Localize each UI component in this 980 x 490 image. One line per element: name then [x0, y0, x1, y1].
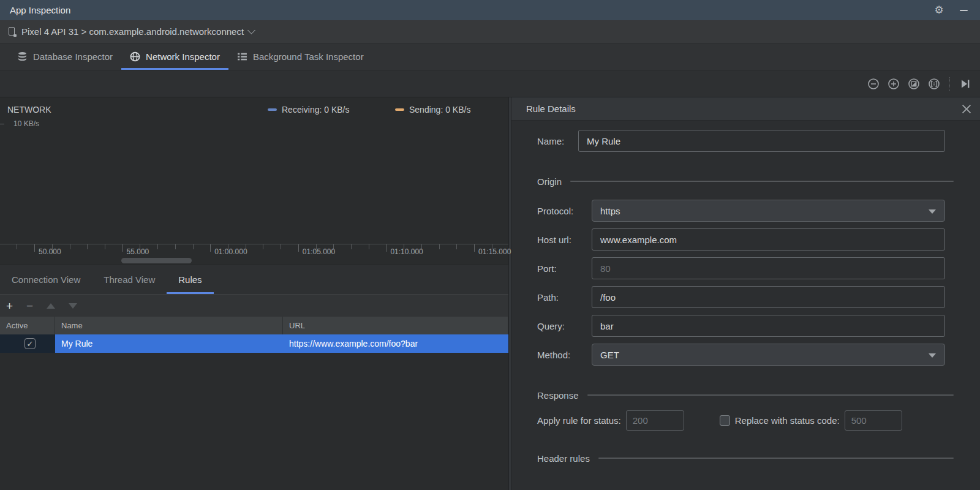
path-input[interactable]: [592, 286, 945, 308]
view-tab-connection-view[interactable]: Connection View: [0, 265, 92, 294]
minor-tick: [175, 244, 176, 249]
rule-active-checkbox[interactable]: [24, 338, 36, 349]
rule-details-header: Rule Details: [511, 97, 980, 121]
apply-status-input[interactable]: [626, 410, 684, 431]
view-tab-rules[interactable]: Rules: [167, 265, 213, 294]
origin-section-line: [570, 181, 954, 182]
rules-table: ActiveNameURL My Rulehttps://www.example…: [0, 317, 508, 490]
name-input[interactable]: [578, 130, 945, 152]
header-rules-section-label: Header rules: [537, 453, 590, 464]
replace-status-label: Replace with status code:: [735, 415, 840, 426]
tab-background-task-inspector[interactable]: Background Task Inspector: [228, 43, 372, 70]
field-row-protocol: Protocol:https: [537, 200, 945, 222]
network-legend: Receiving: 0 KB/sSending: 0 KB/s: [0, 105, 508, 116]
major-tick: [34, 244, 35, 252]
rule-name-cell: My Rule: [55, 334, 283, 353]
phone-device-icon: [9, 27, 17, 37]
replace-status-input[interactable]: [845, 410, 902, 431]
host-url-input[interactable]: [592, 228, 945, 251]
device-process-selector[interactable]: Pixel 4 API 31 > com.example.android.net…: [0, 20, 980, 43]
zoom-out-icon[interactable]: [867, 78, 880, 90]
legend-label: Sending: 0 KB/s: [409, 105, 470, 115]
toolbar-separator: [949, 77, 950, 91]
legend-item: Sending: 0 KB/s: [395, 105, 470, 115]
add-rule-button[interactable]: +: [6, 300, 13, 312]
column-header-url[interactable]: URL: [283, 317, 508, 334]
network-chart[interactable]: NETWORK 10 KB/s Receiving: 0 KB/sSending…: [0, 97, 508, 244]
port-input[interactable]: [592, 257, 945, 279]
query-input[interactable]: [592, 315, 945, 337]
minor-tick: [263, 244, 263, 249]
tab-database-inspector[interactable]: Database Inspector: [9, 43, 121, 70]
query-label: Query:: [537, 321, 592, 331]
main-area: NETWORK 10 KB/s Receiving: 0 KB/sSending…: [0, 97, 980, 490]
minor-tick: [87, 244, 88, 249]
task-list-icon: [237, 51, 247, 62]
method-value: GET: [600, 350, 619, 360]
minor-tick: [456, 244, 457, 249]
time-tick-label: 01:15.000: [478, 247, 511, 256]
protocol-dropdown[interactable]: https: [592, 200, 945, 222]
time-axis: 50.00055.00001:00.00001:05.00001:10.0000…: [0, 244, 508, 265]
protocol-label: Protocol:: [537, 206, 592, 216]
inspector-tab-bar: Database Inspector Network Inspector Bac…: [0, 43, 980, 70]
tab-label: Network Inspector: [146, 51, 220, 62]
major-tick: [123, 244, 123, 252]
legend-dash-icon: [395, 108, 404, 111]
rules-table-header: ActiveNameURL: [0, 317, 508, 334]
y-axis-label: 10 KB/s: [13, 119, 39, 128]
major-tick: [386, 244, 386, 252]
minor-tick: [281, 244, 281, 249]
major-tick: [210, 244, 211, 252]
section-origin: Origin: [537, 175, 954, 187]
zoom-in-icon[interactable]: [888, 78, 900, 90]
time-tick-label: 01:00.000: [214, 247, 247, 256]
response-section-line: [587, 394, 954, 396]
minimize-icon[interactable]: [957, 4, 970, 17]
move-rule-up-button[interactable]: [47, 303, 55, 309]
move-rule-down-button[interactable]: [69, 303, 77, 309]
timeline-scrollbar-thumb[interactable]: [121, 258, 192, 263]
table-row[interactable]: My Rulehttps://www.example.com/foo?bar: [0, 334, 508, 353]
field-row-query: Query:: [537, 315, 945, 337]
rule-details-panel: Rule Details Name: Origin Protocol:https…: [511, 97, 980, 490]
field-row-method: Method:GET: [537, 344, 945, 366]
time-tick-label: 01:10.000: [390, 247, 423, 256]
timeline-toolbar: [0, 70, 980, 97]
zoom-to-selection-icon[interactable]: [928, 78, 940, 90]
close-icon[interactable]: [962, 104, 971, 114]
time-tick-label: 55.000: [127, 247, 149, 256]
settings-gear-icon[interactable]: ⚙: [932, 4, 946, 17]
view-tab-thread-view[interactable]: Thread View: [92, 265, 167, 294]
time-tick-label: 01:05.000: [303, 247, 335, 256]
chevron-down-icon: [929, 353, 936, 358]
column-header-active[interactable]: Active: [0, 317, 55, 334]
go-live-icon[interactable]: [959, 78, 971, 90]
replace-status-checkbox[interactable]: [720, 415, 730, 426]
chevron-down-icon: [247, 26, 255, 34]
host-url-label: Host url:: [537, 235, 592, 245]
rules-toolbar: + −: [0, 294, 508, 317]
minor-tick: [105, 244, 105, 249]
name-label: Name:: [537, 136, 578, 146]
legend-item: Receiving: 0 KB/s: [268, 105, 350, 115]
tab-label: Database Inspector: [33, 51, 113, 62]
y-axis-tick: [0, 124, 4, 124]
tab-network-inspector[interactable]: Network Inspector: [121, 43, 228, 70]
field-row-path: Path:: [537, 286, 945, 308]
column-header-name[interactable]: Name: [55, 317, 283, 334]
remove-rule-button[interactable]: −: [26, 300, 33, 312]
reset-zoom-icon[interactable]: [908, 78, 920, 90]
origin-section-label: Origin: [537, 176, 562, 187]
rule-details-body: Name: Origin Protocol:httpsHost url:Port…: [511, 121, 980, 464]
field-row-name: Name:: [537, 130, 945, 152]
minor-tick: [70, 244, 70, 249]
method-dropdown[interactable]: GET: [592, 344, 945, 366]
origin-fields: Protocol:httpsHost url:Port:Path:Query:M…: [537, 200, 945, 366]
minor-tick: [439, 244, 440, 249]
protocol-value: https: [600, 206, 620, 216]
minor-tick: [193, 244, 194, 249]
device-process-label: Pixel 4 API 31 > com.example.android.net…: [21, 26, 244, 37]
legend-label: Receiving: 0 KB/s: [282, 105, 350, 115]
tab-label: Background Task Inspector: [253, 51, 364, 62]
